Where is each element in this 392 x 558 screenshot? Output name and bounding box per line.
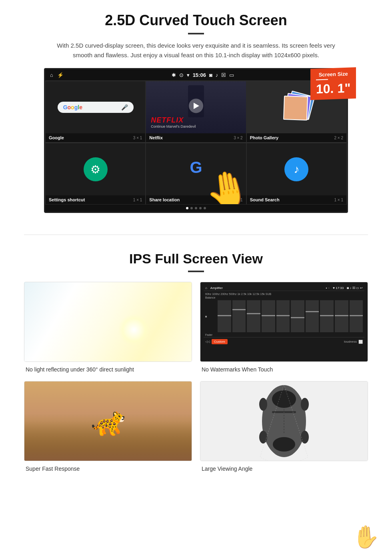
title-divider [188, 33, 204, 34]
title-divider-2 [188, 271, 204, 272]
dots-indicator [45, 205, 347, 212]
device-mockup: Screen Size 10. 1" ⌂ ⚡ ✱ ⊙ ▾ 15:06 ◙ ♪ [40, 68, 352, 213]
app-grid-row1: Google 🎤 Google 3 × 1 [45, 80, 347, 143]
settings-label-row: Settings shortcut 1 × 1 [46, 195, 145, 204]
bluetooth-icon: ✱ [172, 72, 176, 78]
settings-app-name: Settings shortcut [49, 197, 85, 202]
status-bar-center: ✱ ⊙ ▾ 15:06 ◙ ♪ ☒ ▭ [172, 72, 234, 78]
gallery-label-row: Photo Gallery 2 × 2 [247, 133, 346, 142]
fast-response-label: Super Fast Response [24, 466, 80, 472]
feature-viewing-angle: Large Viewing Angle [200, 381, 368, 472]
gear-icon: ⚙ [90, 163, 100, 176]
eq-bar-3[interactable] [247, 300, 260, 332]
svg-point-5 [259, 398, 267, 411]
status-time: 15:06 [193, 72, 206, 78]
music-note-icon: ♪ [294, 163, 299, 176]
share-app-name: Share location [149, 197, 180, 202]
eq-bar-10[interactable] [350, 300, 363, 332]
netflix-overlay: NETFLIX Continue Marvel's Daredevil [151, 116, 196, 128]
app-cell-sound[interactable]: ♪ Sound Search 1 × 1 [246, 143, 347, 205]
eq-bar-7[interactable] [306, 300, 319, 332]
amp-footer: ◁◁ Custom loudness ⬜ [204, 337, 364, 346]
sound-content: ♪ [247, 143, 346, 195]
maps-g-icon: G [190, 159, 202, 177]
amp-freq-labels: 60hz100hz200hz500hz1k2.5k10k12.5k15kSUB [204, 293, 364, 296]
wifi-icon: ▾ [187, 72, 190, 78]
eq-bar-9[interactable] [335, 300, 348, 332]
feature-watermarks: ⌂Amplifier ▪ ·· ♥ 17:33 ◙ ♪ ☒ ▭ ↩ 60hz10… [200, 282, 368, 373]
sunlight-image [24, 282, 192, 362]
cheetah-emoji: 🐆 [91, 405, 126, 438]
window-icon: ▭ [229, 72, 234, 78]
settings-app-size: 1 × 1 [133, 198, 142, 202]
usb-icon: ⚡ [57, 72, 64, 78]
toggle-icon[interactable]: ⬜ [358, 340, 363, 344]
eq-bar-6[interactable] [291, 300, 304, 332]
custom-button[interactable]: Custom [212, 339, 228, 344]
badge-label: Screen Size [316, 70, 350, 78]
eq-bar-1[interactable] [218, 300, 231, 332]
car-image [200, 381, 368, 461]
home-icon[interactable]: ⌂ [50, 72, 53, 78]
svg-point-1 [272, 390, 296, 408]
status-bar-left: ⌂ ⚡ [50, 72, 64, 78]
amp-left-labels: Balance ◙ Fader [205, 296, 215, 336]
share-label-row: Share location 1 × 1 [146, 195, 246, 204]
section-ips-screen: IPS Full Screen View No light reflecting… [0, 247, 392, 484]
feature-grid: No light reflecting under 360° direct su… [24, 282, 368, 472]
app-cell-google[interactable]: Google 🎤 Google 3 × 1 [45, 81, 146, 143]
google-mic-icon[interactable]: 🎤 [121, 104, 128, 110]
cheetah-image: 🐆 [24, 381, 192, 461]
watermarks-label: No Watermarks When Touch [200, 366, 273, 373]
share-content: G 🤚 [146, 143, 246, 195]
location-icon: ⊙ [179, 72, 184, 78]
eq-bar-2[interactable] [232, 300, 246, 332]
netflix-label-row: Netflix 3 × 2 [146, 133, 246, 142]
car-top-svg [256, 381, 312, 461]
photo-card-flower [283, 96, 308, 120]
section-curved-screen: 2.5D Curved Touch Screen With 2.5D curve… [0, 0, 392, 223]
settings-icon-circle: ⚙ [84, 157, 108, 181]
netflix-play-button[interactable] [189, 98, 203, 113]
gallery-app-size: 2 × 2 [334, 136, 343, 140]
netflix-app-name: Netflix [149, 135, 163, 140]
status-bar: ⌂ ⚡ ✱ ⊙ ▾ 15:06 ◙ ♪ ☒ ▭ [45, 69, 347, 80]
app-cell-netflix[interactable]: NETFLIX Continue Marvel's Daredevil Netf… [146, 81, 246, 143]
feature-sunlight: No light reflecting under 360° direct su… [24, 282, 192, 373]
netflix-subtitle: Continue Marvel's Daredevil [151, 124, 196, 128]
signal-icon: ☒ [221, 72, 226, 78]
music-icon-circle: ♪ [284, 157, 308, 181]
amplifier-image: ⌂Amplifier ▪ ·· ♥ 17:33 ◙ ♪ ☒ ▭ ↩ 60hz10… [200, 282, 368, 362]
car-visual [200, 381, 368, 461]
google-app-name: Google [49, 135, 64, 140]
sound-app-name: Sound Search [250, 197, 280, 202]
svg-point-6 [301, 398, 309, 411]
eq-bar-8[interactable] [320, 300, 334, 332]
google-search-bar[interactable]: Google 🎤 [58, 102, 134, 113]
dot-4 [199, 207, 202, 209]
amplifier-visual: ⌂Amplifier ▪ ·· ♥ 17:33 ◙ ♪ ☒ ▭ ↩ 60hz10… [200, 282, 368, 361]
volume-icon: ♪ [216, 72, 218, 78]
app-cell-settings[interactable]: ⚙ Settings shortcut 1 × 1 [45, 143, 146, 205]
eq-bar-5[interactable] [276, 300, 290, 332]
netflix-content: NETFLIX Continue Marvel's Daredevil [146, 81, 246, 133]
settings-content: ⚙ [46, 143, 145, 195]
google-logo: Google [63, 104, 82, 110]
dot-5 [204, 207, 206, 209]
badge-divider [316, 79, 328, 80]
google-content: Google 🎤 [46, 81, 145, 133]
eq-bar-4[interactable] [262, 300, 275, 332]
section1-description: With 2.5D curved-display screen, this de… [56, 41, 336, 60]
svg-point-7 [259, 431, 267, 444]
sound-app-size: 1 × 1 [334, 198, 343, 202]
share-app-size: 1 × 1 [234, 198, 243, 202]
netflix-logo: NETFLIX [151, 116, 196, 124]
svg-point-8 [301, 431, 309, 444]
dot-1 [186, 207, 188, 209]
screen-size-badge: Screen Size 10. 1" [310, 67, 356, 100]
camera-icon: ◙ [209, 72, 212, 78]
sunlight-visual [24, 282, 192, 361]
app-cell-share[interactable]: G 🤚 Share location 1 × 1 [146, 143, 246, 205]
google-label-row: Google 3 × 1 [46, 133, 145, 142]
dot-3 [195, 207, 197, 209]
